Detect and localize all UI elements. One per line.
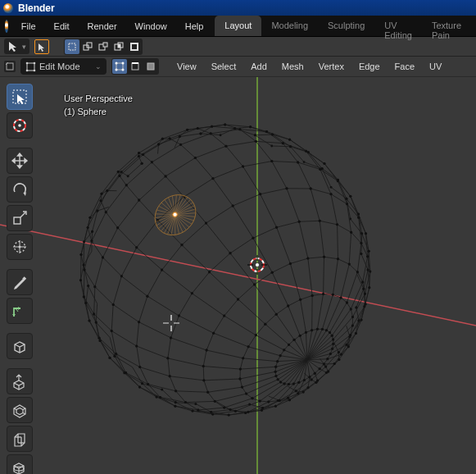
svg-line-195: [137, 221, 158, 248]
svg-line-407: [324, 294, 333, 294]
svg-line-669: [103, 258, 122, 276]
select-set-mode[interactable]: [65, 39, 79, 54]
svg-point-852: [102, 256, 104, 258]
select-subtract-mode[interactable]: [96, 39, 111, 54]
svg-line-659: [162, 270, 193, 294]
svg-line-229: [311, 189, 331, 194]
vertex-select-mode[interactable]: [112, 59, 127, 74]
viewport-overlay-text: User Perspective (1) Sphere: [64, 92, 133, 118]
svg-line-588: [311, 189, 320, 221]
svg-line-365: [204, 381, 208, 392]
svg-point-1001: [325, 371, 328, 374]
tool-extrude-region[interactable]: [7, 368, 33, 394]
tool-select-box[interactable]: [7, 84, 33, 110]
svg-point-1004: [329, 353, 332, 355]
svg-point-913: [360, 242, 362, 244]
svg-line-153: [139, 176, 165, 200]
svg-line-577: [331, 194, 338, 225]
svg-line-355: [224, 299, 238, 316]
interaction-mode-dropdown[interactable]: ▾: [4, 39, 29, 54]
tool-cursor[interactable]: [7, 112, 33, 139]
svg-point-847: [224, 145, 227, 148]
svg-point-944: [361, 281, 364, 284]
svg-point-838: [88, 320, 91, 322]
editor-type-dropdown[interactable]: [4, 61, 16, 72]
svg-point-981: [311, 294, 314, 297]
svg-line-1070: [195, 206, 196, 209]
menu-edit[interactable]: Edit: [46, 18, 78, 34]
tool-loop-cut[interactable]: [7, 454, 33, 474]
header-edge[interactable]: Edge: [354, 59, 385, 74]
svg-line-692: [111, 331, 137, 347]
header-add[interactable]: Add: [246, 59, 272, 74]
svg-point-923: [178, 314, 180, 317]
tool-scale[interactable]: [7, 205, 33, 231]
svg-point-919: [252, 237, 254, 239]
svg-point-880: [175, 401, 177, 403]
svg-point-789: [141, 162, 143, 165]
select-intersect-mode[interactable]: [111, 39, 126, 54]
tab-modeling[interactable]: Modeling: [261, 16, 318, 36]
tab-layout[interactable]: Layout: [215, 16, 261, 36]
active-tool-select-box[interactable]: [34, 39, 49, 54]
edge-select-mode[interactable]: [128, 59, 143, 74]
svg-line-623: [233, 206, 253, 238]
svg-line-263: [230, 404, 250, 410]
svg-point-931: [228, 414, 230, 417]
svg-point-1022: [274, 371, 277, 373]
svg-line-620: [181, 144, 196, 157]
tool-rotate[interactable]: [7, 176, 33, 203]
menu-window[interactable]: Window: [127, 18, 175, 34]
svg-line-1089: [161, 231, 165, 233]
header-vertex[interactable]: Vertex: [314, 59, 349, 74]
menu-file[interactable]: File: [13, 18, 44, 34]
svg-point-938: [338, 351, 340, 353]
select-invert-mode[interactable]: [127, 39, 142, 54]
tool-transform[interactable]: [7, 234, 33, 260]
header-face[interactable]: Face: [390, 59, 419, 74]
menu-render[interactable]: Render: [79, 18, 125, 34]
svg-point-841: [345, 198, 347, 200]
svg-point-985: [264, 323, 266, 326]
svg-point-901: [147, 383, 149, 385]
svg-point-905: [210, 411, 212, 413]
header-uv[interactable]: UV: [424, 59, 447, 74]
svg-line-359: [206, 333, 214, 350]
blender-icon[interactable]: [5, 20, 8, 33]
tool-measure[interactable]: [7, 298, 33, 324]
header-select[interactable]: Select: [206, 59, 242, 74]
svg-point-865: [319, 168, 321, 171]
svg-point-824: [95, 321, 97, 324]
tool-annotate[interactable]: [7, 269, 33, 295]
svg-point-20: [116, 69, 118, 71]
svg-point-995: [267, 400, 270, 403]
select-extend-mode[interactable]: [80, 39, 95, 54]
menu-help[interactable]: Help: [177, 18, 212, 34]
svg-line-361: [203, 350, 206, 367]
3d-viewport[interactable]: User Perspective (1) Sphere: [0, 77, 476, 474]
tool-add-cube[interactable]: [7, 333, 33, 359]
svg-point-819: [100, 199, 102, 202]
tab-sculpting[interactable]: Sculpting: [318, 16, 374, 36]
svg-line-705: [204, 379, 240, 381]
tool-move[interactable]: [7, 148, 33, 174]
svg-line-145: [256, 141, 283, 143]
svg-point-990: [238, 377, 241, 380]
svg-line-1072: [191, 199, 193, 202]
tool-bevel[interactable]: [7, 426, 33, 452]
svg-point-1016: [293, 339, 296, 341]
svg-line-611: [261, 194, 277, 228]
svg-rect-1120: [14, 217, 20, 224]
tool-inset-faces[interactable]: [7, 397, 33, 423]
svg-line-579: [333, 259, 338, 295]
svg-line-1097: [189, 224, 192, 227]
tab-uv-editing[interactable]: UV Editing: [374, 16, 422, 36]
svg-point-882: [355, 307, 357, 309]
header-view[interactable]: View: [172, 59, 202, 74]
face-select-mode[interactable]: [143, 59, 158, 74]
tab-texture-paint[interactable]: Texture Pain: [422, 16, 471, 36]
svg-line-657: [118, 228, 137, 248]
header-mesh[interactable]: Mesh: [277, 59, 309, 74]
svg-line-233: [261, 189, 287, 194]
mode-dropdown[interactable]: Edit Mode ⌄: [20, 58, 107, 75]
